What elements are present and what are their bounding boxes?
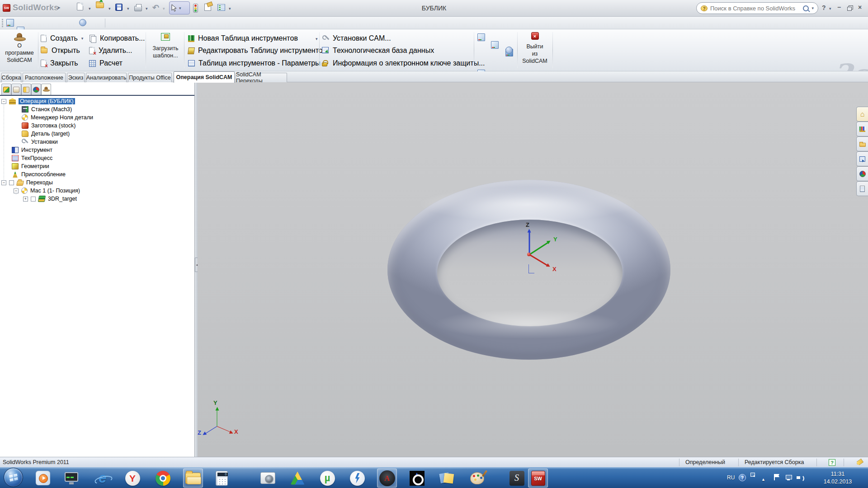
copy-button[interactable]: Копировать... — [89, 34, 145, 42]
tree-item-tool[interactable]: Инструмент — [0, 146, 52, 154]
taskbar-item-utorrent[interactable]: µ — [317, 469, 337, 488]
start-button[interactable] — [4, 468, 23, 487]
cam-settings-button[interactable]: Установки CAM... — [322, 34, 391, 42]
expand-icon[interactable]: − — [1, 180, 6, 185]
toolbar-grip[interactable] — [2, 19, 3, 27]
tags-icon[interactable] — [855, 459, 863, 466]
cam-view-icon[interactable] — [491, 41, 499, 49]
tab-assembly[interactable]: Сборка — [1, 73, 21, 82]
help-dropdown-icon[interactable]: ▾ — [829, 6, 831, 11]
property-manager-tab[interactable] — [11, 84, 21, 95]
tab-sketch[interactable]: Эскиз — [67, 73, 85, 82]
taskpane-custom-properties-tab[interactable] — [856, 181, 868, 196]
volume-icon[interactable] — [797, 474, 804, 481]
help-search-box[interactable]: ? ▾ — [696, 2, 818, 14]
cam-view-icon[interactable] — [477, 33, 485, 41]
taskpane-appearances-tab[interactable] — [856, 166, 868, 181]
taskpane-view-palette-tab[interactable] — [856, 151, 868, 166]
expand-icon[interactable]: − — [1, 99, 6, 104]
taskbar-item-calculator[interactable] — [212, 469, 231, 488]
tree-item-label[interactable]: ТехПроцесс — [21, 155, 52, 161]
display-manager-tab[interactable] — [31, 84, 41, 95]
tab-office-products[interactable]: Продукты Office — [128, 73, 172, 82]
tree-item-transitions[interactable]: − Переходы — [0, 178, 53, 187]
search-input[interactable] — [710, 5, 800, 12]
tool-table-params-button[interactable]: Таблица инструментов - Параметры — [188, 59, 321, 67]
tab-evaluate[interactable]: Анализировать — [86, 73, 127, 82]
tree-item-3dr-target[interactable]: + 3DR_target — [0, 195, 77, 203]
feature-manager-tab[interactable] — [1, 84, 11, 95]
tree-item-label[interactable]: Менеджер Ноля детали — [31, 114, 93, 121]
tree-item-label[interactable]: Геометрии — [21, 163, 49, 169]
close-cam-button[interactable]: Закрыть — [41, 59, 78, 67]
taskbar-item-solidworks[interactable]: SW — [528, 469, 548, 488]
tab-solidcam-transitions[interactable]: SolidCAM Переходы — [236, 73, 287, 82]
tree-item-mac1[interactable]: − Мас 1 (1- Позиция) — [0, 187, 80, 195]
language-indicator[interactable]: RU — [727, 474, 735, 481]
cam-view-shaded-icon[interactable] — [505, 47, 513, 54]
taskpane-design-library-tab[interactable] — [856, 122, 868, 136]
tree-item-stock[interactable]: Заготовка (stock) — [0, 122, 75, 130]
taskbar-item-daemon-tools[interactable] — [347, 469, 367, 488]
tree-item-geometries[interactable]: Геометрии — [0, 162, 49, 170]
tree-item-operation[interactable]: − Операция (БУБЛИК) — [0, 97, 75, 105]
configuration-manager-tab[interactable] — [21, 84, 31, 95]
taskbar-item-wmp[interactable] — [33, 469, 53, 488]
taskbar-item-chrome[interactable] — [153, 469, 173, 488]
calculate-button[interactable]: Расчет — [89, 59, 123, 67]
taskbar-clock[interactable]: 11:31 14.02.2013 — [814, 470, 862, 486]
open-cam-button[interactable]: Открыть — [41, 47, 80, 55]
taskbar-item-sticky-notes[interactable] — [437, 469, 457, 488]
action-center-flag-icon[interactable] — [774, 474, 779, 480]
tool-table-params-dropdown-icon[interactable]: ▾ — [316, 61, 318, 66]
exit-solidcam-button[interactable]: × Выйти из SolidCAM — [520, 32, 550, 65]
tab-solidcam-operation[interactable]: Операция SolidCAM — [174, 71, 235, 83]
load-template-button[interactable]: Загрузить шаблон... — [149, 33, 182, 59]
restore-button[interactable] — [847, 5, 852, 10]
graphics-viewport[interactable]: Z Y X Y X Z — [198, 82, 868, 457]
tree-item-label[interactable]: Приспособление — [21, 171, 66, 178]
help-button[interactable]: ? — [822, 4, 826, 11]
origin-point[interactable] — [527, 253, 531, 256]
tree-item-label[interactable]: Переходы — [26, 179, 53, 186]
taskbar-item-capture-app[interactable] — [407, 469, 427, 488]
taskbar-item-internet-explorer[interactable]: e — [93, 469, 113, 488]
tree-item-label[interactable]: Установки — [31, 139, 58, 145]
expand-icon[interactable]: − — [14, 188, 19, 193]
tray-expand-icon[interactable]: ▲ — [761, 477, 765, 482]
tree-item-label[interactable]: 3DR_target — [48, 196, 77, 202]
tab-layout[interactable]: Расположение — [23, 73, 66, 82]
tree-item-label[interactable]: Деталь (target) — [31, 131, 70, 137]
taskbar-item-mediaget[interactable] — [288, 469, 307, 488]
checkbox[interactable] — [9, 180, 14, 185]
tree-item-label[interactable]: Инструмент — [21, 147, 52, 153]
minimize-button[interactable]: − — [837, 4, 841, 11]
search-icon[interactable] — [803, 5, 809, 11]
tree-item-label[interactable]: Станок (Mach3) — [31, 106, 72, 113]
expand-icon[interactable]: + — [23, 197, 28, 202]
tree-item-zero-manager[interactable]: Менеджер Ноля детали — [0, 113, 93, 122]
tray-window-icon[interactable] — [750, 473, 755, 477]
taskpane-file-explorer-tab[interactable] — [856, 136, 868, 151]
dongle-info-button[interactable]: Информация о электронном ключе защиты... — [322, 59, 485, 67]
tree-item-settings[interactable]: Установки — [0, 138, 58, 146]
taskbar-item-task-manager[interactable] — [61, 469, 81, 488]
create-dropdown-icon[interactable]: ▾ — [81, 36, 84, 41]
solidcam-manager-tab[interactable] — [41, 84, 51, 95]
tree-item-label[interactable]: Заготовка (stock) — [31, 122, 75, 129]
new-tool-table-button[interactable]: Новая Таблица инструментов — [188, 34, 298, 42]
tree-item-machine[interactable]: Станок (Mach3) — [0, 105, 72, 113]
view-shaded-icon[interactable] — [79, 19, 86, 26]
tree-item-label[interactable]: Мас 1 (1- Позиция) — [30, 188, 80, 194]
about-solidcam-button[interactable]: О программе SolidCAM — [2, 33, 37, 64]
network-icon[interactable] — [786, 475, 792, 480]
view-front-icon[interactable] — [6, 19, 14, 27]
taskbar-item-swan-app[interactable]: S — [507, 469, 527, 488]
create-button[interactable]: Создать▾ — [41, 34, 83, 42]
taskbar-item-yandex[interactable]: Y — [123, 469, 142, 488]
tree-item-fixture[interactable]: Приспособление — [0, 170, 66, 178]
checkbox[interactable] — [31, 197, 36, 202]
quick-tips-icon[interactable]: ? — [829, 459, 835, 466]
taskbar-item-screenshot[interactable] — [258, 469, 278, 488]
edit-tool-table-button[interactable]: Редактировать Таблицу инструменто — [188, 47, 323, 55]
